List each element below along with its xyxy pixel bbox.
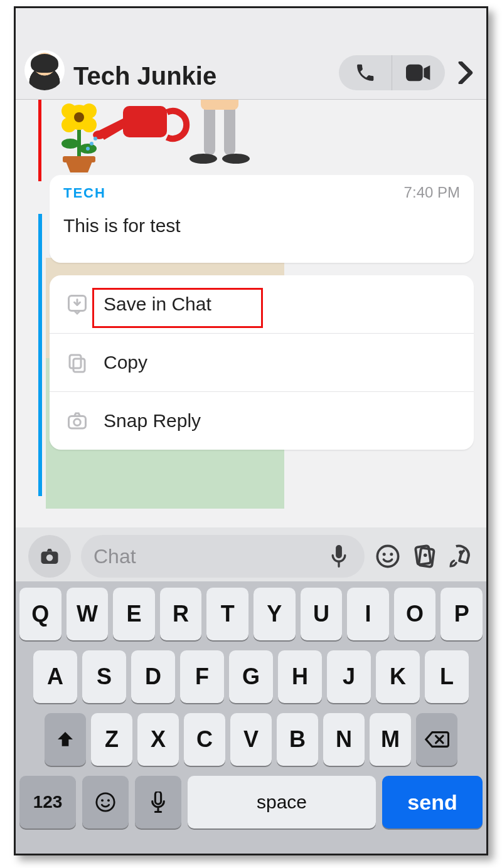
- key-f[interactable]: F: [180, 650, 224, 703]
- key-c[interactable]: C: [184, 713, 225, 766]
- menu-copy-label: Copy: [104, 352, 147, 373]
- keyboard-row-2: A S D F G H J K L: [19, 650, 483, 703]
- save-icon: [66, 293, 88, 315]
- key-j[interactable]: J: [327, 650, 371, 703]
- bitmoji-sticker[interactable]: [38, 100, 270, 181]
- shift-icon: [55, 729, 75, 749]
- svg-point-35: [107, 799, 110, 802]
- svg-rect-17: [201, 100, 238, 110]
- chat-title[interactable]: Tech Junkie: [73, 62, 216, 90]
- smiley-icon: [375, 544, 400, 569]
- key-v[interactable]: V: [230, 713, 272, 766]
- key-o[interactable]: O: [394, 588, 436, 640]
- svg-point-4: [61, 117, 77, 132]
- copy-icon: [66, 351, 88, 374]
- key-d[interactable]: D: [131, 650, 175, 703]
- app-frame: TECHJUNKIE Tech Junkie: [14, 6, 488, 855]
- video-icon: [406, 64, 431, 82]
- svg-point-5: [82, 117, 97, 132]
- key-space[interactable]: space: [188, 776, 376, 828]
- svg-point-27: [383, 553, 386, 556]
- chevron-right-icon: [457, 61, 473, 84]
- key-r[interactable]: R: [160, 588, 202, 640]
- key-dictation[interactable]: [135, 776, 181, 828]
- key-e[interactable]: E: [113, 588, 155, 640]
- key-u[interactable]: U: [301, 588, 343, 640]
- key-123[interactable]: 123: [19, 776, 76, 828]
- key-k[interactable]: K: [376, 650, 420, 703]
- audio-call-button[interactable]: [339, 55, 392, 90]
- svg-rect-36: [155, 791, 161, 804]
- context-menu: Save in Chat Copy Snap Reply: [50, 275, 474, 450]
- svg-point-26: [377, 546, 398, 566]
- video-call-button[interactable]: [392, 55, 445, 90]
- key-a[interactable]: A: [33, 650, 77, 703]
- svg-rect-19: [70, 355, 81, 368]
- backspace-icon: [424, 730, 449, 749]
- svg-point-33: [97, 793, 114, 811]
- svg-point-22: [74, 419, 81, 426]
- svg-point-6: [74, 112, 84, 122]
- call-buttons: [339, 55, 445, 90]
- svg-rect-20: [73, 359, 85, 372]
- key-y[interactable]: Y: [254, 588, 296, 640]
- svg-point-15: [190, 154, 217, 164]
- key-s[interactable]: S: [82, 650, 126, 703]
- camera-button[interactable]: [28, 535, 71, 578]
- svg-point-31: [424, 553, 427, 557]
- chat-area: TECH 7:40 PM This is for test Save in Ch…: [16, 100, 486, 527]
- menu-save-in-chat[interactable]: Save in Chat: [50, 275, 474, 333]
- avatar[interactable]: [24, 50, 65, 90]
- menu-save-label: Save in Chat: [104, 294, 211, 315]
- rocket-icon: [447, 543, 474, 569]
- svg-rect-25: [336, 545, 342, 558]
- camera-fill-icon: [38, 545, 61, 568]
- menu-copy[interactable]: Copy: [50, 333, 474, 391]
- mic-icon: [331, 545, 347, 568]
- key-b[interactable]: B: [277, 713, 318, 766]
- svg-rect-21: [69, 416, 86, 429]
- svg-point-28: [390, 553, 393, 556]
- message-text: This is for test: [63, 215, 460, 236]
- header-actions: [339, 55, 478, 90]
- svg-rect-10: [123, 106, 167, 137]
- svg-point-7: [61, 139, 79, 149]
- chat-input[interactable]: Chat: [81, 535, 365, 578]
- key-n[interactable]: N: [323, 713, 365, 766]
- mic-button[interactable]: [326, 543, 352, 569]
- key-backspace[interactable]: [416, 713, 457, 766]
- key-w[interactable]: W: [67, 588, 109, 640]
- key-t[interactable]: T: [206, 588, 248, 640]
- svg-point-14: [86, 147, 90, 151]
- chat-details-button[interactable]: [452, 60, 478, 85]
- message-sender: TECH: [63, 185, 460, 201]
- svg-rect-9: [63, 156, 95, 162]
- sticker-button[interactable]: [375, 543, 401, 569]
- memories-button[interactable]: [411, 543, 437, 569]
- svg-point-24: [46, 554, 53, 561]
- keyboard-row-4: 123 space send: [19, 776, 483, 828]
- svg-rect-0: [406, 65, 423, 82]
- svg-point-34: [101, 799, 104, 802]
- key-p[interactable]: P: [441, 588, 483, 640]
- phone-icon: [355, 62, 376, 83]
- key-l[interactable]: L: [425, 650, 469, 703]
- message-time: 7:40 PM: [404, 184, 460, 201]
- key-i[interactable]: I: [347, 588, 389, 640]
- cards-icon: [411, 543, 437, 569]
- key-send[interactable]: send: [382, 776, 483, 828]
- key-h[interactable]: H: [278, 650, 322, 703]
- key-x[interactable]: X: [137, 713, 179, 766]
- input-bar: Chat: [16, 527, 486, 585]
- key-m[interactable]: M: [370, 713, 411, 766]
- rocket-button[interactable]: [447, 543, 474, 569]
- svg-point-13: [90, 142, 93, 146]
- menu-snap-reply[interactable]: Snap Reply: [50, 391, 474, 450]
- key-emoji[interactable]: [82, 776, 129, 828]
- key-shift[interactable]: [45, 713, 86, 766]
- chat-header: Tech Junkie: [16, 8, 486, 100]
- key-q[interactable]: Q: [19, 588, 61, 640]
- key-z[interactable]: Z: [91, 713, 132, 766]
- keyboard-row-1: Q W E R T Y U I O P: [19, 588, 483, 640]
- key-g[interactable]: G: [229, 650, 273, 703]
